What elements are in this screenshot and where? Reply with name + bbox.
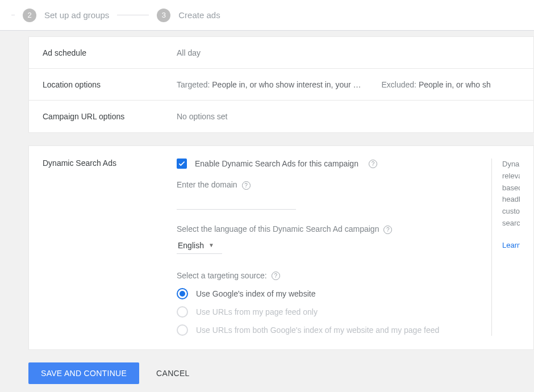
row-label: Campaign URL options (43, 112, 177, 121)
step-label: Set up ad groups (44, 10, 109, 20)
location-excluded-prefix: Excluded: (382, 80, 419, 89)
save-continue-button[interactable]: SAVE AND CONTINUE (28, 362, 139, 384)
learn-more-link[interactable]: Learn (502, 240, 520, 252)
footer-actions: SAVE AND CONTINUE CANCEL (0, 350, 534, 384)
row-value: All day (177, 48, 201, 57)
step-badge: 2 (23, 9, 36, 22)
row-label: Location options (43, 80, 177, 89)
location-targeted-value: People in, or who show interest in, your… (212, 80, 361, 89)
step-label: Create ads (178, 10, 220, 20)
domain-input[interactable] (177, 193, 296, 210)
settings-content: Ad schedule All day Location options Tar… (0, 31, 534, 350)
help-text-line: searc (502, 218, 520, 230)
step-3[interactable]: 3 Create ads (157, 9, 220, 22)
row-ad-schedule[interactable]: Ad schedule All day (29, 37, 533, 69)
enable-dsa-checkbox[interactable] (177, 159, 187, 169)
domain-field-label: Enter the domain ? (177, 180, 491, 190)
help-icon[interactable]: ? (369, 160, 377, 168)
dsa-help-sidebar: Dynar releva based headl custo searc Lea… (491, 159, 520, 336)
targeting-radio-group: Use Google's index of my website Use URL… (177, 288, 491, 336)
stepper-header: 2 Set up ad groups 3 Create ads (0, 0, 534, 31)
help-text-line: custo (502, 206, 520, 218)
caret-down-icon: ▼ (208, 242, 214, 248)
language-value: English (178, 241, 204, 250)
radio-button (177, 324, 188, 336)
location-targeted-prefix: Targeted: (177, 80, 212, 89)
help-text-line: releva (502, 170, 520, 182)
row-url-options[interactable]: Campaign URL options No options set (29, 101, 533, 132)
targeting-option-google-index[interactable]: Use Google's index of my website (177, 288, 491, 299)
dsa-section-label: Dynamic Search Ads (43, 159, 177, 336)
dynamic-search-ads-card: Dynamic Search Ads Enable Dynamic Search… (28, 145, 534, 350)
help-icon[interactable]: ? (383, 226, 392, 234)
help-icon[interactable]: ? (272, 272, 280, 280)
step-badge: 3 (157, 9, 170, 22)
help-text-line: based (502, 182, 520, 194)
help-text-line: headl (502, 194, 520, 206)
targeting-option-page-feed: Use URLs from my page feed only (177, 306, 491, 318)
stepper-connector (117, 15, 149, 15)
help-icon[interactable]: ? (242, 181, 251, 190)
step-2[interactable]: 2 Set up ad groups (23, 9, 109, 22)
row-label: Ad schedule (43, 48, 177, 57)
language-field-label: Select the language of this Dynamic Sear… (177, 224, 491, 234)
dsa-main: Enable Dynamic Search Ads for this campa… (177, 159, 491, 336)
settings-summary-card: Ad schedule All day Location options Tar… (28, 36, 534, 133)
row-location-options[interactable]: Location options Targeted: People in, or… (29, 69, 533, 101)
enable-dsa-label: Enable Dynamic Search Ads for this campa… (195, 159, 358, 168)
radio-label: Use Google's index of my website (196, 289, 315, 298)
row-value: No options set (177, 112, 228, 121)
stepper-connector (11, 15, 15, 15)
language-select[interactable]: English ▼ (177, 237, 222, 254)
radio-label: Use URLs from both Google's index of my … (196, 326, 439, 335)
enable-dsa-row: Enable Dynamic Search Ads for this campa… (177, 159, 491, 169)
targeting-option-both: Use URLs from both Google's index of my … (177, 324, 491, 336)
check-icon (178, 160, 186, 168)
row-value: Targeted: People in, or who show interes… (177, 80, 491, 89)
cancel-button[interactable]: CANCEL (156, 369, 190, 378)
location-excluded-value: People in, or who sh (419, 80, 491, 89)
radio-button (177, 306, 188, 318)
radio-label: Use URLs from my page feed only (196, 307, 318, 316)
targeting-source-label: Select a targeting source: ? (177, 271, 491, 281)
help-text-line: Dynar (502, 159, 520, 170)
radio-button[interactable] (177, 288, 188, 299)
